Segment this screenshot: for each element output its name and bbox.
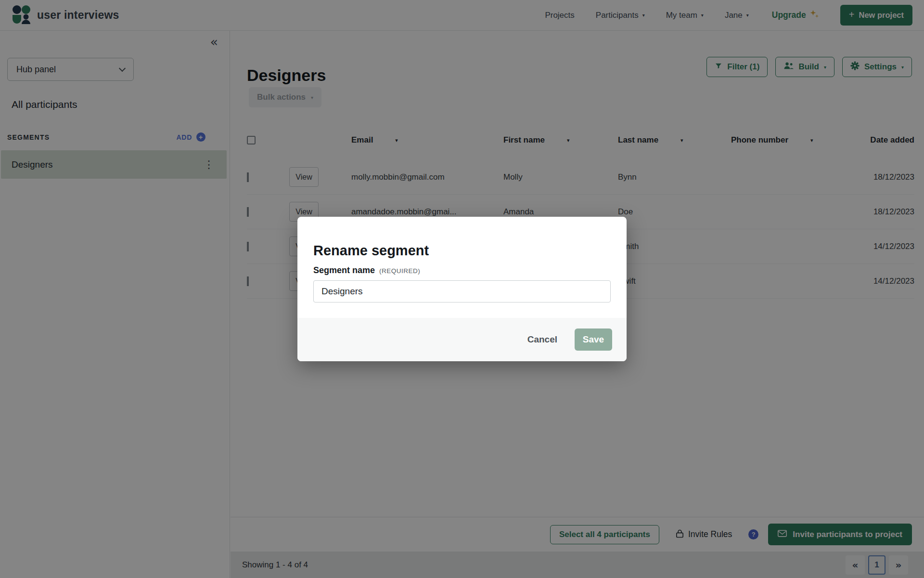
segment-name-label-row: Segment name (REQUIRED): [313, 265, 420, 276]
rename-segment-modal: Rename segment Segment name (REQUIRED) C…: [297, 217, 627, 361]
segment-name-label: Segment name: [313, 265, 375, 276]
modal-title: Rename segment: [313, 243, 429, 259]
cancel-button[interactable]: Cancel: [525, 334, 560, 345]
required-label: (REQUIRED): [379, 267, 420, 275]
segment-name-input[interactable]: [313, 280, 611, 302]
save-button[interactable]: Save: [575, 328, 612, 351]
app-window: user interviews Projects Participants ▾ …: [0, 0, 924, 578]
modal-footer: Cancel Save: [297, 318, 627, 361]
